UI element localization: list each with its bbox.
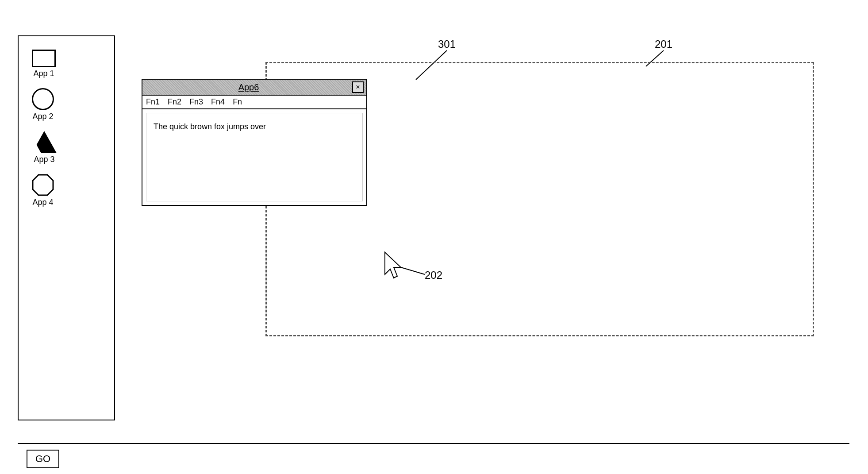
sidebar: App 1 App 2 App 3 App 4 <box>18 35 115 420</box>
app4-icon <box>32 174 54 196</box>
app6-content-text: The quick brown fox jumps over <box>154 122 266 131</box>
sidebar-item-app1[interactable]: App 1 <box>32 50 56 78</box>
menu-item-fn3[interactable]: Fn3 <box>189 97 203 107</box>
app6-title: App6 <box>145 82 352 92</box>
app2-icon <box>32 88 54 110</box>
app1-label: App 1 <box>33 69 54 78</box>
app6-window: App6 × Fn1 Fn2 Fn3 Fn4 Fn The quick brow… <box>142 79 367 206</box>
app2-label: App 2 <box>32 112 53 121</box>
menu-item-fn2[interactable]: Fn2 <box>168 97 181 107</box>
main-area: 301 201 202 App6 × Fn1 Fn2 Fn3 Fn4 Fn <box>115 35 849 420</box>
menu-item-fn1[interactable]: Fn1 <box>146 97 160 107</box>
go-bar: GO <box>18 443 849 474</box>
app1-icon <box>32 50 56 67</box>
app6-titlebar: App6 × <box>142 80 366 96</box>
svg-marker-0 <box>33 175 53 195</box>
app3-icon <box>32 131 57 153</box>
label-301: 301 <box>438 38 456 50</box>
sidebar-item-app4[interactable]: App 4 <box>32 174 54 207</box>
label-201: 201 <box>655 38 672 50</box>
app3-label: App 3 <box>34 155 54 164</box>
app4-label: App 4 <box>32 198 53 207</box>
app6-close-button[interactable]: × <box>352 81 364 93</box>
sidebar-item-app2[interactable]: App 2 <box>32 88 54 121</box>
app6-content-area: The quick brown fox jumps over <box>146 113 363 201</box>
sidebar-item-app3[interactable]: App 3 <box>32 131 57 164</box>
menu-item-fn5[interactable]: Fn <box>233 97 242 107</box>
app6-menubar: Fn1 Fn2 Fn3 Fn4 Fn <box>142 96 366 109</box>
go-button[interactable]: GO <box>27 450 59 468</box>
label-202: 202 <box>425 269 442 281</box>
menu-item-fn4[interactable]: Fn4 <box>211 97 225 107</box>
